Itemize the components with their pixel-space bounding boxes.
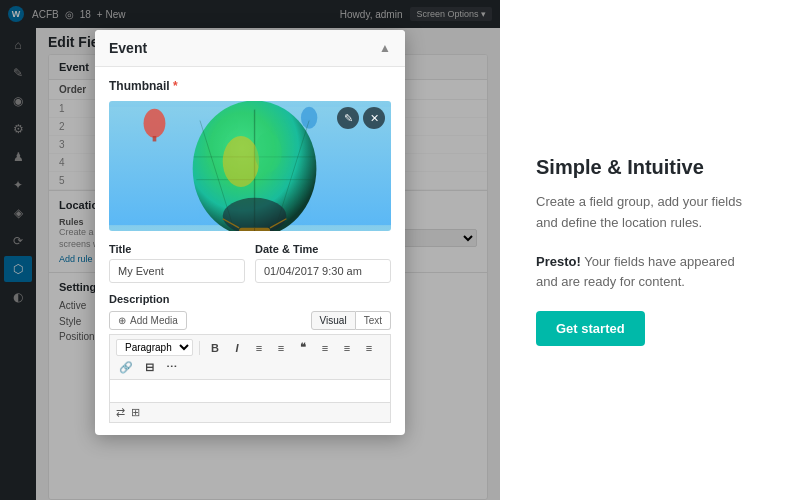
description-label: Description	[109, 293, 391, 305]
svg-point-3	[301, 107, 317, 129]
italic-button[interactable]: I	[228, 341, 246, 355]
required-marker: *	[173, 79, 178, 93]
svg-rect-2	[153, 136, 157, 141]
title-field-label: Title	[109, 243, 245, 255]
link-button[interactable]: 🔗	[116, 360, 136, 375]
title-group: Title	[109, 243, 245, 283]
add-media-button[interactable]: ⊕ Add Media	[109, 311, 187, 330]
date-input[interactable]	[255, 259, 391, 283]
edit-image-button[interactable]: ✎	[337, 107, 359, 129]
align-right-button[interactable]: ≡	[360, 341, 378, 355]
blockquote-button[interactable]: ❝	[294, 340, 312, 355]
more-button[interactable]: ⋯	[162, 360, 180, 375]
editor-content-area[interactable]	[109, 379, 391, 403]
right-body-1: Create a field group, add your fields an…	[536, 192, 758, 234]
editor-tabs: Visual Text	[311, 311, 391, 330]
presto-label: Presto!	[536, 254, 581, 269]
title-input[interactable]	[109, 259, 245, 283]
modal-collapse-button[interactable]: ▲	[379, 41, 391, 55]
svg-point-1	[144, 109, 166, 138]
tab-text[interactable]: Text	[356, 311, 391, 330]
ol-button[interactable]: ≡	[272, 341, 290, 355]
modal-overlay[interactable]: Event ▲ Thumbnail *	[0, 0, 500, 500]
modal-body: Thumbnail *	[95, 67, 405, 435]
date-field-label: Date & Time	[255, 243, 391, 255]
remove-image-button[interactable]: ✕	[363, 107, 385, 129]
editor-toolbar-top: ⊕ Add Media Visual Text	[109, 311, 391, 330]
thumbnail-label: Thumbnail *	[109, 79, 391, 93]
event-modal: Event ▲ Thumbnail *	[95, 30, 405, 435]
align-left-button[interactable]: ≡	[316, 341, 334, 355]
title-date-row: Title Date & Time	[109, 243, 391, 283]
fullscreen-button[interactable]: ⇄	[116, 406, 125, 419]
unlink-button[interactable]: ⊟	[140, 360, 158, 375]
thumbnail-preview: ✎ ✕	[109, 101, 391, 231]
add-media-icon: ⊕	[118, 315, 126, 326]
date-group: Date & Time	[255, 243, 391, 283]
svg-point-17	[255, 132, 282, 172]
right-panel: Simple & Intuitive Create a field group,…	[500, 0, 794, 500]
paragraph-select[interactable]: Paragraph	[116, 339, 193, 356]
editor-format-bar: Paragraph B I ≡ ≡ ❝ ≡ ≡ ≡ 🔗 ⊟ ⋯	[109, 334, 391, 379]
modal-title: Event	[109, 40, 147, 56]
get-started-button[interactable]: Get started	[536, 311, 645, 346]
align-center-button[interactable]: ≡	[338, 341, 356, 355]
preview-button[interactable]: ⊞	[131, 406, 140, 419]
description-section: Description ⊕ Add Media Visual Text	[109, 293, 391, 423]
image-actions: ✎ ✕	[337, 107, 385, 129]
modal-header: Event ▲	[95, 30, 405, 67]
ul-button[interactable]: ≡	[250, 341, 268, 355]
right-body-2: Presto! Your fields have appeared and ar…	[536, 252, 758, 294]
svg-point-16	[223, 136, 259, 187]
separator	[199, 341, 200, 355]
bold-button[interactable]: B	[206, 341, 224, 355]
editor-bottom-bar: ⇄ ⊞	[109, 403, 391, 423]
right-heading: Simple & Intuitive	[536, 154, 758, 180]
tab-visual[interactable]: Visual	[311, 311, 356, 330]
